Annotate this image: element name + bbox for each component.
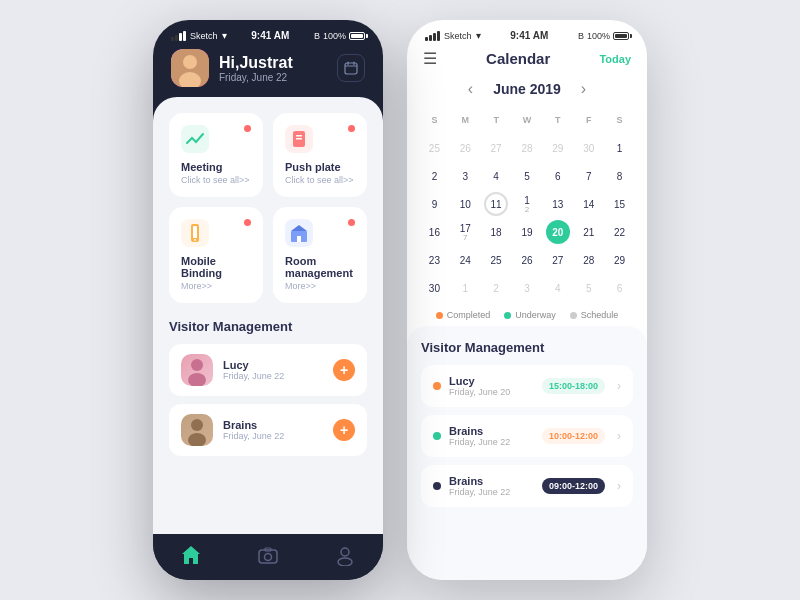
visitor-list: Lucy Friday, June 22 + Brains Friday, Ju…: [169, 344, 367, 456]
right-visitor-lucy-arrow[interactable]: ›: [617, 379, 621, 393]
cal-day-25-prev[interactable]: 25: [419, 134, 450, 162]
right-visitor-brains-1: Brains Friday, June 22 10:00-12:00 ›: [421, 415, 633, 457]
nav-home[interactable]: [180, 544, 202, 566]
cal-day-7[interactable]: 7: [573, 162, 604, 190]
cal-day-5[interactable]: 5: [512, 162, 543, 190]
cal-day-1[interactable]: 1: [604, 134, 635, 162]
cal-day-18[interactable]: 18: [481, 218, 512, 246]
visitor-management-title: Visitor Management: [169, 319, 367, 334]
cal-day-5-next[interactable]: 5: [573, 274, 604, 302]
menu-icon[interactable]: ☰: [423, 49, 437, 68]
right-visitor-lucy-info: Lucy Friday, June 20: [449, 375, 534, 397]
cal-day-30[interactable]: 30: [419, 274, 450, 302]
cal-day-19[interactable]: 19: [512, 218, 543, 246]
date-text-left: Friday, June 22: [219, 72, 293, 83]
legend-underway: Underway: [504, 310, 556, 320]
visitor-lucy-add-button[interactable]: +: [333, 359, 355, 381]
cal-day-26[interactable]: 26: [512, 246, 543, 274]
cal-day-4[interactable]: 4: [481, 162, 512, 190]
cal-day-11-today[interactable]: 11: [481, 190, 512, 218]
cal-day-6[interactable]: 6: [542, 162, 573, 190]
svg-marker-20: [182, 546, 200, 564]
meeting-icon: [181, 125, 209, 153]
svg-rect-15: [297, 236, 301, 242]
prev-month-button[interactable]: ‹: [468, 80, 473, 98]
notification-dot: [348, 219, 355, 226]
wifi-icon-right: ▾: [476, 30, 481, 41]
cal-day-29[interactable]: 29: [604, 246, 635, 274]
nav-camera[interactable]: [257, 544, 279, 566]
right-phone: Sketch ▾ 9:41 AM B 100% ☰ Calendar Today…: [407, 20, 647, 580]
next-month-button[interactable]: ›: [581, 80, 586, 98]
cal-day-26-prev[interactable]: 26: [450, 134, 481, 162]
cal-day-14[interactable]: 14: [573, 190, 604, 218]
cal-day-24[interactable]: 24: [450, 246, 481, 274]
right-visitor-brains1-time: 10:00-12:00: [542, 428, 605, 444]
week-2: 2 3 4 5 6 7 8: [419, 162, 635, 190]
cal-day-20-selected[interactable]: 20: [542, 218, 573, 246]
svg-point-25: [338, 558, 352, 566]
time-right: 9:41 AM: [510, 30, 548, 41]
right-visitor-brains-2: Brains Friday, June 22 09:00-12:00 ›: [421, 465, 633, 507]
cal-day-9[interactable]: 9: [419, 190, 450, 218]
cal-day-1-next[interactable]: 1: [450, 274, 481, 302]
cal-day-27-prev[interactable]: 27: [481, 134, 512, 162]
cal-day-6-next[interactable]: 6: [604, 274, 635, 302]
room-management-card[interactable]: Room management More>>: [273, 207, 367, 303]
calendar-legend: Completed Underway Schedule: [407, 302, 647, 326]
cal-day-21[interactable]: 21: [573, 218, 604, 246]
cal-day-28-prev[interactable]: 28: [512, 134, 543, 162]
cal-day-15[interactable]: 15: [604, 190, 635, 218]
svg-point-12: [194, 239, 196, 241]
visitor-brains: Brains Friday, June 22 +: [169, 404, 367, 456]
meeting-card[interactable]: Meeting Click to see all>>: [169, 113, 263, 197]
day-header-m: M: [450, 106, 481, 134]
cal-day-2[interactable]: 2: [419, 162, 450, 190]
calendar-title: Calendar: [486, 50, 550, 67]
cal-day-16[interactable]: 16: [419, 218, 450, 246]
cal-day-2-next[interactable]: 2: [481, 274, 512, 302]
cal-day-23[interactable]: 23: [419, 246, 450, 274]
cal-day-8[interactable]: 8: [604, 162, 635, 190]
room-management-title: Room management: [285, 255, 355, 279]
right-visitor-section: Visitor Management Lucy Friday, June 20 …: [407, 326, 647, 580]
calendar-icon-button[interactable]: [337, 54, 365, 82]
svg-rect-8: [296, 135, 302, 137]
push-plate-sub: Click to see all>>: [285, 175, 355, 185]
day-header-s2: S: [604, 106, 635, 134]
legend-underway-label: Underway: [515, 310, 556, 320]
cal-day-25[interactable]: 25: [481, 246, 512, 274]
cal-day-22[interactable]: 22: [604, 218, 635, 246]
right-visitor-brains1-name: Brains: [449, 425, 534, 437]
nav-profile[interactable]: [334, 544, 356, 566]
visitor-brains-date: Friday, June 22: [223, 431, 323, 441]
mobile-binding-card[interactable]: Mobile Binding More>>: [169, 207, 263, 303]
avatar: [171, 49, 209, 87]
svg-point-22: [264, 554, 271, 561]
today-button[interactable]: Today: [599, 53, 631, 65]
push-plate-card[interactable]: Push plate Click to see all>>: [273, 113, 367, 197]
cal-day-27[interactable]: 27: [542, 246, 573, 274]
room-management-sub: More>>: [285, 281, 355, 291]
right-visitor-brains2-time: 09:00-12:00: [542, 478, 605, 494]
mobile-binding-icon: [181, 219, 209, 247]
visitor-brains-name: Brains: [223, 419, 323, 431]
cal-day-10[interactable]: 10: [450, 190, 481, 218]
cal-day-28[interactable]: 28: [573, 246, 604, 274]
cal-day-4-next[interactable]: 4: [542, 274, 573, 302]
visitor-brains-add-button[interactable]: +: [333, 419, 355, 441]
cal-day-29-prev[interactable]: 29: [542, 134, 573, 162]
time-left: 9:41 AM: [251, 30, 289, 41]
week-5: 23 24 25 26 27 28 29: [419, 246, 635, 274]
cal-day-30-prev[interactable]: 30: [573, 134, 604, 162]
cal-day-12[interactable]: 1 2: [512, 190, 543, 218]
right-visitor-brains1-arrow[interactable]: ›: [617, 429, 621, 443]
cal-day-13[interactable]: 13: [542, 190, 573, 218]
svg-marker-14: [291, 225, 307, 231]
cal-day-3[interactable]: 3: [450, 162, 481, 190]
legend-underway-dot: [504, 312, 511, 319]
right-visitor-lucy-time: 15:00-18:00: [542, 378, 605, 394]
right-visitor-brains2-arrow[interactable]: ›: [617, 479, 621, 493]
cal-day-3-next[interactable]: 3: [512, 274, 543, 302]
cal-day-17[interactable]: 17 7: [450, 218, 481, 246]
